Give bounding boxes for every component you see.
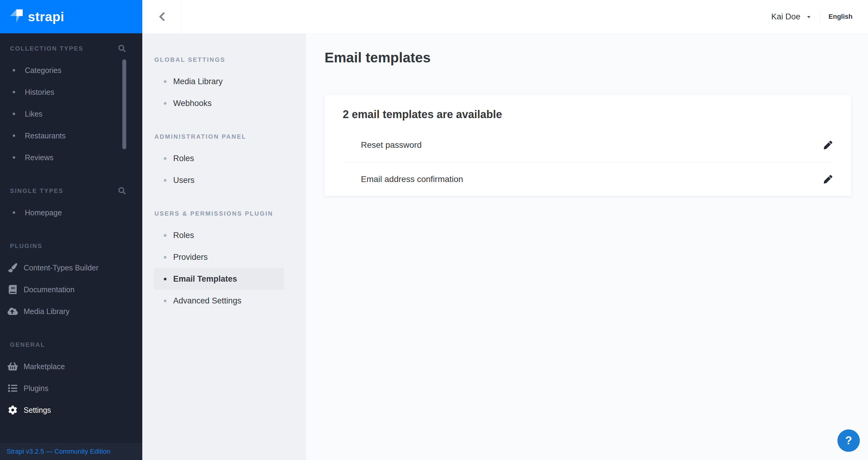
email-templates-card: 2 email templates are available Reset pa…: [324, 95, 851, 196]
bullet-icon: [164, 256, 166, 258]
bullet-icon: [164, 102, 166, 105]
bullet-icon: [13, 91, 15, 93]
sidebar-scrollbar[interactable]: [122, 59, 126, 149]
bullet-icon: [13, 134, 15, 137]
bullet-icon: [164, 157, 166, 160]
sidebar-item-histories[interactable]: Histories: [0, 81, 142, 103]
settings-item-advanced-settings[interactable]: Advanced Settings: [142, 290, 306, 312]
help-button[interactable]: ?: [837, 429, 860, 452]
section-general: GENERAL Marketplace Plugins Settings: [0, 334, 142, 421]
language-selector[interactable]: English: [829, 13, 852, 21]
back-button[interactable]: [142, 0, 182, 33]
page-title: Email templates: [324, 49, 851, 66]
card-title: 2 email templates are available: [324, 95, 851, 127]
settings-item-email-templates[interactable]: Email Templates: [154, 268, 284, 290]
topbar-divider: [819, 10, 820, 23]
main-sidebar: strapi COLLECTION TYPES Categories Histo…: [0, 0, 142, 460]
bullet-icon: [164, 300, 166, 302]
caret-down-icon: [806, 14, 811, 20]
sidebar-sections: COLLECTION TYPES Categories Histories Li…: [0, 33, 142, 443]
bullet-icon: [164, 80, 166, 83]
bullet-icon: [13, 211, 15, 214]
settings-item-up-roles[interactable]: Roles: [142, 224, 306, 246]
sidebar-item-settings[interactable]: Settings: [0, 399, 142, 421]
sidebar-footer: Strapi v3.2.5 — Community Edition: [0, 443, 142, 460]
bullet-icon: [13, 156, 15, 159]
template-row-reset-password: Reset password: [324, 127, 851, 162]
global-settings-header: GLOBAL SETTINGS: [142, 56, 225, 63]
settings-item-media-library[interactable]: Media Library: [142, 70, 306, 92]
gear-icon: [7, 405, 18, 415]
section-collection-types: COLLECTION TYPES Categories Histories Li…: [0, 37, 142, 168]
main-content: Email templates 2 email templates are av…: [306, 34, 868, 460]
cloud-upload-icon: [7, 307, 18, 316]
sidebar-item-content-types-builder[interactable]: Content-Types Builder: [0, 257, 142, 279]
settings-item-admin-roles[interactable]: Roles: [142, 148, 306, 169]
search-icon[interactable]: [118, 45, 126, 52]
sidebar-item-plugins[interactable]: Plugins: [0, 377, 142, 399]
template-row-email-confirmation: Email address confirmation: [324, 163, 851, 196]
strapi-logo-icon: [10, 9, 23, 24]
sidebar-item-restaurants[interactable]: Restaurants: [0, 125, 142, 147]
edit-email-confirmation-button[interactable]: [824, 175, 832, 184]
sidebar-item-likes[interactable]: Likes: [0, 103, 142, 125]
general-header: GENERAL: [0, 341, 142, 348]
pencil-icon: [824, 141, 832, 149]
user-menu[interactable]: Kai Doe: [771, 12, 811, 22]
sidebar-item-homepage[interactable]: Homepage: [0, 202, 142, 223]
administration-panel-header: ADMINISTRATION PANEL: [142, 133, 246, 140]
bullet-icon: [164, 234, 166, 237]
bullet-icon: [164, 179, 166, 182]
bullet-icon: [164, 278, 166, 280]
sidebar-item-categories[interactable]: Categories: [0, 59, 142, 81]
section-administration-panel: ADMINISTRATION PANEL Roles Users: [142, 126, 306, 191]
section-global-settings: GLOBAL SETTINGS Media Library Webhooks: [142, 49, 306, 114]
section-single-types: SINGLE TYPES Homepage: [0, 180, 142, 223]
topbar-right: Kai Doe English: [771, 0, 868, 33]
chevron-left-icon: [159, 11, 165, 22]
list-icon: [7, 384, 18, 393]
shopping-basket-icon: [7, 362, 18, 371]
settings-item-webhooks[interactable]: Webhooks: [142, 92, 306, 114]
section-users-permissions-plugin: USERS & PERMISSIONS PLUGIN Roles Provide…: [142, 203, 306, 312]
strapi-version-link[interactable]: Strapi v3.2.5 — Community Edition: [7, 448, 110, 456]
user-name: Kai Doe: [771, 12, 800, 22]
template-name: Email address confirmation: [361, 175, 824, 184]
sidebar-item-documentation[interactable]: Documentation: [0, 279, 142, 300]
plugins-header: PLUGINS: [0, 243, 142, 249]
settings-item-admin-users[interactable]: Users: [142, 169, 306, 191]
bullet-icon: [13, 69, 15, 71]
settings-sidebar: GLOBAL SETTINGS Media Library Webhooks A…: [142, 34, 306, 460]
book-icon: [7, 285, 18, 294]
template-name: Reset password: [361, 140, 824, 150]
sidebar-item-reviews[interactable]: Reviews: [0, 147, 142, 168]
paint-brush-icon: [7, 263, 18, 272]
sidebar-item-media-library[interactable]: Media Library: [0, 300, 142, 322]
sidebar-item-marketplace[interactable]: Marketplace: [0, 356, 142, 377]
search-icon[interactable]: [118, 187, 126, 194]
pencil-icon: [824, 175, 832, 184]
strapi-logo-text: strapi: [28, 9, 64, 24]
users-permissions-header: USERS & PERMISSIONS PLUGIN: [142, 210, 273, 217]
bullet-icon: [13, 113, 15, 115]
strapi-logo[interactable]: strapi: [0, 0, 142, 33]
edit-reset-password-button[interactable]: [824, 141, 832, 149]
topbar: Kai Doe English: [142, 0, 868, 34]
settings-item-providers[interactable]: Providers: [142, 246, 306, 268]
section-plugins: PLUGINS Content-Types Builder Documentat…: [0, 235, 142, 322]
